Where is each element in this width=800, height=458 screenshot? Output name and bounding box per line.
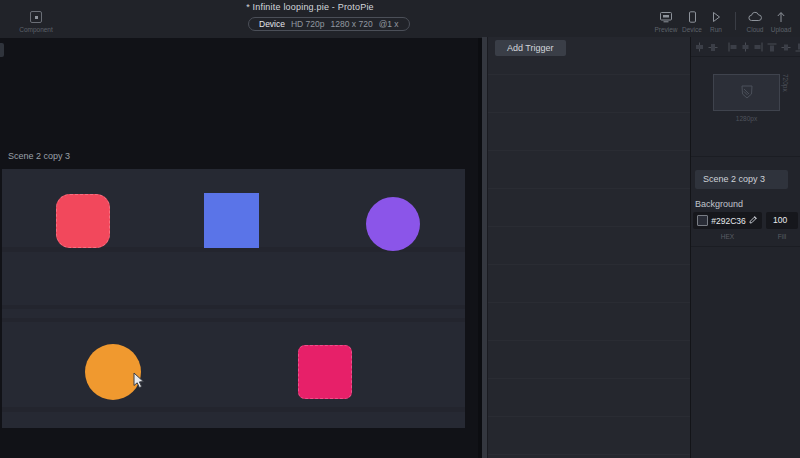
- align-vertical-center-icon[interactable]: [708, 43, 718, 52]
- window-title: * Infinite looping.pie - ProtoPie: [160, 2, 460, 12]
- device-label: Device: [680, 26, 704, 33]
- component-icon: [30, 11, 42, 23]
- align-left-icon[interactable]: [728, 42, 737, 52]
- add-trigger-button[interactable]: Add Trigger: [495, 40, 566, 56]
- background-hex-value: #292C36: [711, 216, 746, 226]
- shape-red-rounded-square[interactable]: [56, 194, 110, 248]
- upload-arrow-icon: [767, 11, 795, 23]
- scene-name-field[interactable]: Scene 2 copy 3: [695, 170, 788, 189]
- canvas-guide-band: [2, 305, 465, 309]
- cloud-label: Cloud: [743, 26, 767, 33]
- property-panel: 1280px 720px Scene 2 copy 3 Background #…: [690, 37, 800, 458]
- align-toolbar: [691, 37, 800, 57]
- toolbar-actions: Preview Device Run Cloud: [652, 11, 795, 33]
- upload-label: Upload: [767, 26, 795, 33]
- background-section-label: Background: [695, 199, 743, 209]
- shape-orange-circle[interactable]: [85, 344, 141, 400]
- run-play-icon: [704, 11, 728, 23]
- shape-blue-square[interactable]: [204, 193, 259, 248]
- run-label: Run: [704, 26, 728, 33]
- section-divider: [691, 246, 800, 247]
- preview-monitor-icon: [652, 11, 680, 23]
- background-color-swatch[interactable]: [697, 215, 708, 226]
- canvas-guide-band: [2, 407, 465, 412]
- toolbar-divider: [735, 12, 736, 30]
- device-settings-pill[interactable]: Device HD 720p 1280 x 720 @1 x: [248, 17, 410, 31]
- device-button[interactable]: Device: [680, 11, 704, 33]
- device-phone-icon: [680, 11, 704, 23]
- run-button[interactable]: Run: [704, 11, 728, 33]
- device-resolution: 1280 x 720: [331, 19, 373, 29]
- shape-purple-circle[interactable]: [366, 197, 420, 251]
- align-horizontal-center-icon[interactable]: [695, 42, 704, 52]
- scene-canvas[interactable]: [2, 169, 465, 428]
- align-bottom-icon[interactable]: [795, 43, 800, 52]
- top-toolbar: * Infinite looping.pie - ProtoPie Compon…: [0, 0, 800, 38]
- panel-collapse-handle[interactable]: [0, 43, 4, 57]
- component-label: Component: [14, 26, 58, 33]
- scene-thumbnail: [713, 74, 780, 111]
- trigger-panel[interactable]: Add Trigger: [487, 37, 690, 458]
- scene-placeholder-shield-icon: [738, 83, 756, 103]
- align-right-icon[interactable]: [754, 42, 763, 52]
- scene-width-label: 1280px: [713, 115, 780, 122]
- upload-button[interactable]: Upload: [767, 11, 795, 33]
- protopie-app-window: * Infinite looping.pie - ProtoPie Compon…: [0, 0, 800, 458]
- shape-pink-rounded-square[interactable]: [298, 345, 352, 399]
- canvas-scene-label: Scene 2 copy 3: [8, 151, 70, 161]
- cloud-icon: [743, 11, 767, 23]
- preview-button[interactable]: Preview: [652, 11, 680, 33]
- background-fill-field[interactable]: 100: [766, 212, 798, 229]
- scene-height-label: 720px: [782, 74, 789, 111]
- hex-label: HEX: [693, 233, 762, 240]
- device-scale: @1 x: [379, 19, 399, 29]
- fill-label: Fill: [766, 233, 798, 240]
- canvas-guide-band: [2, 318, 465, 322]
- component-button[interactable]: Component: [14, 11, 58, 33]
- align-center-icon[interactable]: [741, 42, 750, 52]
- background-hex-field[interactable]: #292C36: [693, 212, 762, 229]
- preview-label: Preview: [652, 26, 680, 33]
- workspace-area[interactable]: Scene 2 copy 3: [0, 38, 482, 458]
- align-middle-icon[interactable]: [781, 43, 791, 52]
- cloud-button[interactable]: Cloud: [743, 11, 767, 33]
- device-pill-label: Device: [259, 19, 285, 29]
- align-top-icon[interactable]: [767, 43, 777, 52]
- device-preset: HD 720p: [291, 19, 325, 29]
- eyedropper-icon[interactable]: [749, 215, 758, 226]
- scene-size-preview: 1280px 720px: [691, 57, 800, 157]
